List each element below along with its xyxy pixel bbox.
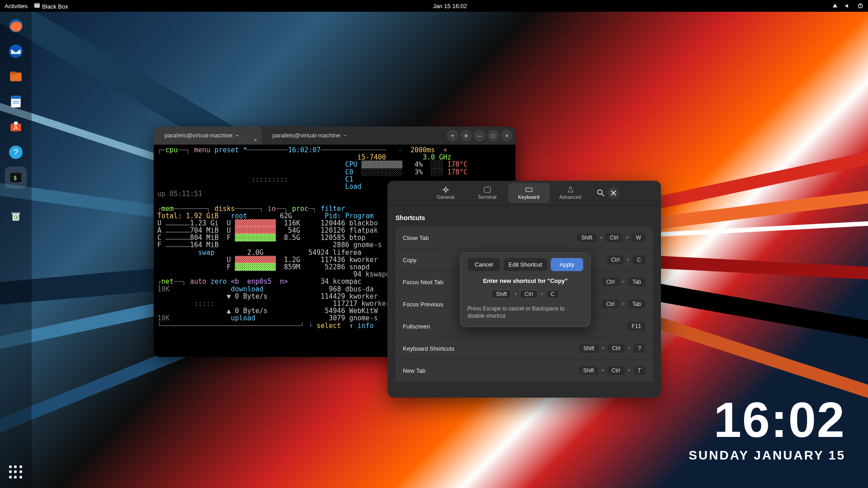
section-title: Shortcuts: [396, 214, 653, 221]
clock-date: SUNDAY JANUARY 15: [689, 448, 845, 463]
show-apps-button[interactable]: [9, 465, 23, 479]
terminal-icon: [34, 2, 40, 9]
shortcut-keys: F11: [627, 322, 646, 331]
svg-line-26: [602, 194, 604, 196]
svg-rect-9: [11, 96, 20, 99]
terminal-icon: [484, 186, 491, 193]
dock-trash[interactable]: [5, 206, 26, 227]
shortcut-keys: Ctrl+C: [607, 255, 646, 264]
shortcut-keys: Shift+Ctrl+?: [579, 344, 646, 353]
shortcut-keys: Shift+Ctrl+T: [579, 366, 646, 375]
close-icon: [611, 190, 616, 196]
key: Shift: [579, 344, 599, 353]
key: ?: [633, 344, 646, 353]
dock-writer[interactable]: [5, 91, 26, 112]
keyboard-icon: [525, 186, 533, 193]
shortcut-row[interactable]: New TabShift+Ctrl+T: [396, 360, 653, 382]
dock-software[interactable]: A: [5, 117, 26, 137]
tab-label: Keyboard: [518, 194, 539, 200]
shortcut-label: New Tab: [403, 367, 425, 374]
svg-rect-23: [484, 187, 491, 192]
flask-icon: [567, 186, 574, 193]
tab-label: General: [437, 194, 454, 200]
shortcut-label: Fullscreen: [403, 323, 430, 330]
shortcut-keys: Shift+ Ctrl+ C: [467, 290, 583, 299]
dock-help[interactable]: ?: [5, 142, 26, 163]
shortcut-label: Copy: [403, 257, 416, 263]
shortcut-keys: Shift+Ctrl+W: [577, 233, 646, 242]
app-name: Black Box: [42, 3, 68, 10]
key: Ctrl: [608, 344, 625, 353]
shortcut-row[interactable]: Keyboard ShortcutsShift+Ctrl+?: [396, 338, 653, 360]
tab-label: Advanced: [559, 194, 581, 200]
svg-rect-1: [34, 3, 40, 4]
key: Ctrl: [602, 277, 619, 286]
shortcut-label: Close Tab: [403, 235, 429, 241]
key: F11: [627, 322, 646, 331]
terminal-titlebar[interactable]: parallels@virtual-machine: ~× parallels@…: [154, 127, 515, 145]
tab-label: Terminal: [478, 194, 497, 200]
key: Shift: [579, 366, 599, 375]
search-button[interactable]: [597, 189, 605, 197]
power-icon[interactable]: [857, 3, 863, 9]
shortcut-keys: Ctrl+Tab: [602, 300, 646, 309]
key: Shift: [491, 290, 511, 299]
key: W: [632, 233, 646, 242]
tab-advanced[interactable]: Advanced: [550, 183, 591, 203]
volume-icon[interactable]: [844, 3, 851, 9]
svg-text:A: A: [14, 124, 18, 131]
prefs-header[interactable]: General Terminal Keyboard Advanced: [387, 181, 661, 205]
shortcut-label: Focus Previous: [403, 301, 443, 308]
clock-time: 16:02: [689, 391, 845, 448]
svg-rect-10: [13, 101, 19, 102]
desktop-clock: 16:02 SUNDAY JANUARY 15: [689, 391, 845, 463]
close-icon[interactable]: ×: [254, 131, 257, 149]
edit-shortcut-button[interactable]: Edit Shortcut: [504, 258, 547, 271]
svg-point-22: [444, 188, 447, 191]
cancel-button[interactable]: Cancel: [467, 258, 500, 271]
key: Tab: [628, 277, 646, 286]
minimize-button[interactable]: –: [474, 130, 486, 141]
shortcut-row[interactable]: Close TabShift+Ctrl+W: [396, 227, 653, 249]
terminal-tab-0[interactable]: parallels@virtual-machine: ~×: [154, 127, 262, 145]
tab-terminal[interactable]: Terminal: [467, 183, 508, 203]
tab-keyboard[interactable]: Keyboard: [508, 183, 550, 203]
shortcut-label: Keyboard Shortcuts: [403, 345, 454, 352]
svg-rect-20: [12, 213, 20, 215]
popover-hint: Press Escape to cancel or Backspace to d…: [467, 305, 583, 319]
top-bar: Activities Black Box Jan 15 16:02: [0, 0, 868, 12]
svg-rect-11: [13, 103, 19, 103]
terminal-tab-1[interactable]: parallels@virtual-machine: ~: [262, 127, 370, 145]
key: Ctrl: [605, 233, 623, 242]
dock-terminal[interactable]: $: [5, 167, 26, 188]
maximize-button[interactable]: □: [487, 130, 499, 141]
svg-point-25: [598, 190, 602, 194]
topbar-clock[interactable]: Jan 15 16:02: [73, 3, 827, 9]
network-icon[interactable]: [832, 3, 838, 9]
svg-rect-7: [10, 71, 16, 74]
shortcut-keys: Ctrl+Tab: [602, 277, 646, 286]
svg-rect-24: [526, 188, 532, 192]
appmenu[interactable]: Black Box: [34, 2, 68, 10]
activities-button[interactable]: Activities: [5, 3, 28, 9]
new-tab-button[interactable]: +: [447, 130, 458, 141]
key: Ctrl: [607, 366, 625, 375]
dock-files[interactable]: [5, 66, 26, 87]
apply-button[interactable]: Apply: [551, 258, 583, 271]
dock-firefox[interactable]: [5, 15, 26, 36]
menu-button[interactable]: ≡: [460, 130, 472, 141]
edit-shortcut-popover: Cancel Edit Shortcut Apply Enter new sho…: [460, 252, 591, 327]
key: C: [632, 255, 646, 264]
key: Tab: [628, 300, 646, 309]
tab-general[interactable]: General: [425, 183, 467, 203]
key: C: [546, 290, 559, 299]
close-button[interactable]: [608, 187, 619, 199]
key: T: [633, 366, 646, 375]
key: Ctrl: [602, 300, 619, 309]
search-icon: [597, 189, 605, 197]
close-button[interactable]: ×: [501, 130, 513, 141]
svg-text:$: $: [13, 174, 17, 181]
key: Ctrl: [607, 255, 624, 264]
dock-thunderbird[interactable]: [5, 41, 26, 61]
tab-title: parallels@virtual-machine: ~: [273, 132, 347, 139]
